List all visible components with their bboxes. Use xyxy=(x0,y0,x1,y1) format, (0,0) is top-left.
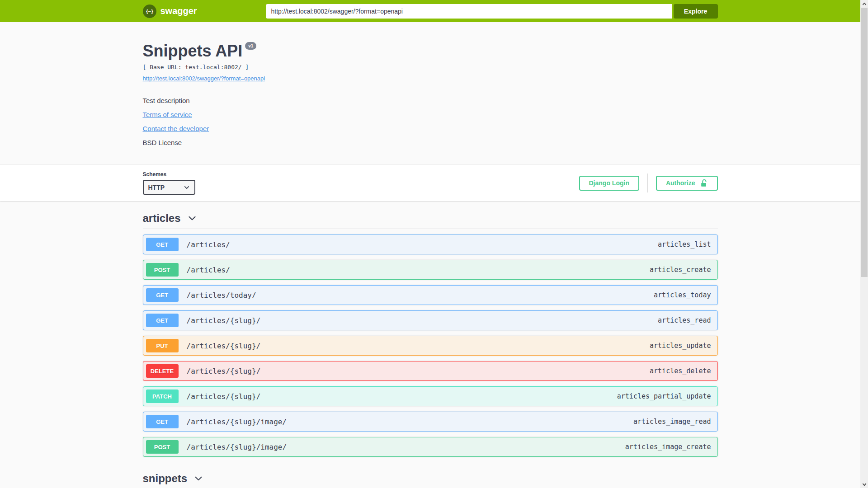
operation-id: articles_image_read xyxy=(633,418,711,426)
authorize-label: Authorize xyxy=(666,179,695,187)
terms-of-service-link[interactable]: Terms of service xyxy=(143,111,192,118)
spec-url-input[interactable] xyxy=(266,4,672,19)
opblock-row[interactable]: PUT/articles/{slug}/articles_update xyxy=(143,336,718,356)
operation-id: articles_today xyxy=(654,291,711,299)
operation-path: /articles/{slug}/ xyxy=(187,342,261,350)
swagger-brand: {···} swagger xyxy=(143,5,266,18)
operation-id: articles_create xyxy=(650,266,711,274)
chevron-down-icon xyxy=(187,213,197,223)
section-title: snippets xyxy=(143,472,188,485)
auth-wrapper: Django Login Authorize xyxy=(579,174,718,192)
topbar: {···} swagger Explore xyxy=(0,0,860,22)
page-body: Snippets APIv1 [ Base URL: test.local:80… xyxy=(0,22,860,488)
opblock-row[interactable]: POST/articles/articles_create xyxy=(143,260,718,280)
page-title: Snippets API xyxy=(143,42,243,60)
method-badge: PUT xyxy=(146,339,179,352)
method-badge: POST xyxy=(146,440,179,454)
vertical-scrollbar[interactable] xyxy=(860,0,868,488)
django-login-button[interactable]: Django Login xyxy=(579,176,639,191)
operation-id: articles_image_create xyxy=(625,443,711,451)
spec-link[interactable]: http://test.local:8002/swagger/?format=o… xyxy=(143,75,265,82)
method-badge: GET xyxy=(146,238,179,251)
operation-id: articles_partial_update xyxy=(617,392,711,400)
swagger-logo-icon: {···} xyxy=(143,5,156,18)
chevron-down-icon xyxy=(193,474,203,483)
django-login-label: Django Login xyxy=(589,179,629,187)
operation-path: /articles/ xyxy=(187,240,230,249)
opblock-row[interactable]: DELETE/articles/{slug}/articles_delete xyxy=(143,361,718,381)
section-header-snippets[interactable]: snippets xyxy=(143,472,718,488)
operation-id: articles_update xyxy=(650,342,711,350)
opblock-row[interactable]: POST/articles/{slug}/image/articles_imag… xyxy=(143,437,718,457)
opblock-row[interactable]: PATCH/articles/{slug}/articles_partial_u… xyxy=(143,386,718,406)
api-sections: articlesGET/articles/articles_listPOST/a… xyxy=(143,201,718,488)
operation-path: /articles/{slug}/image/ xyxy=(187,443,287,451)
operation-id: articles_list xyxy=(658,240,711,249)
section-header-articles[interactable]: articles xyxy=(143,212,718,229)
contact-developer-link[interactable]: Contact the developer xyxy=(143,125,209,132)
operation-path: /articles/ xyxy=(187,266,230,274)
base-url: [ Base URL: test.local:8002/ ] xyxy=(143,64,718,70)
schemes-selected-value: HTTP xyxy=(148,184,165,191)
scrollbar-down-arrow-icon[interactable] xyxy=(860,480,868,488)
operation-path: /articles/today/ xyxy=(187,291,256,300)
method-badge: GET xyxy=(146,314,179,327)
auth-divider xyxy=(647,174,648,192)
scrollbar-thumb[interactable] xyxy=(861,8,868,277)
version-badge: v1 xyxy=(245,42,256,50)
method-badge: GET xyxy=(146,288,179,302)
operation-path: /articles/{slug}/ xyxy=(187,316,261,325)
schemes-label: Schemes xyxy=(143,171,195,178)
section-snippets: snippetsGET/snippets/snippets_list xyxy=(143,472,718,488)
scheme-container: Schemes HTTP Django Login Authorize xyxy=(0,164,860,201)
unlocked-padlock-icon xyxy=(700,179,708,187)
explore-button[interactable]: Explore xyxy=(674,4,718,19)
license-text: BSD License xyxy=(143,139,718,164)
method-badge: GET xyxy=(146,415,179,428)
scrollbar-up-arrow-icon[interactable] xyxy=(860,0,868,8)
operation-id: articles_delete xyxy=(650,367,711,375)
chevron-down-icon xyxy=(184,184,190,191)
api-description: Test description xyxy=(143,97,718,104)
opblock-row[interactable]: GET/articles/{slug}/articles_read xyxy=(143,310,718,330)
authorize-button[interactable]: Authorize xyxy=(656,176,718,191)
schemes-select[interactable]: HTTP xyxy=(143,180,195,195)
brand-name: swagger xyxy=(160,6,197,16)
api-info: Snippets APIv1 [ Base URL: test.local:80… xyxy=(143,22,718,164)
operation-path: /articles/{slug}/image/ xyxy=(187,418,287,426)
title-row: Snippets APIv1 xyxy=(143,43,718,59)
schemes-block: Schemes HTTP xyxy=(143,171,195,195)
method-badge: POST xyxy=(146,263,179,277)
method-badge: PATCH xyxy=(146,389,179,403)
operation-id: articles_read xyxy=(658,316,711,324)
opblock-row[interactable]: GET/articles/{slug}/image/articles_image… xyxy=(143,412,718,432)
operation-path: /articles/{slug}/ xyxy=(187,367,261,375)
opblock-row[interactable]: GET/articles/today/articles_today xyxy=(143,285,718,305)
section-articles: articlesGET/articles/articles_listPOST/a… xyxy=(143,212,718,457)
section-title: articles xyxy=(143,212,181,225)
opblock-row[interactable]: GET/articles/articles_list xyxy=(143,235,718,254)
operation-path: /articles/{slug}/ xyxy=(187,392,261,401)
method-badge: DELETE xyxy=(146,364,179,378)
